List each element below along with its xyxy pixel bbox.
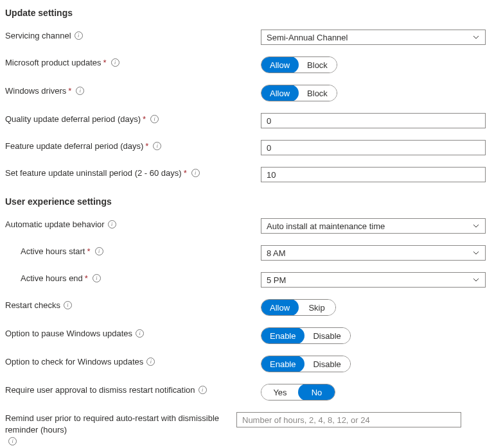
toggle-option-disable[interactable]: Disable: [304, 328, 349, 343]
info-icon[interactable]: i: [191, 169, 200, 177]
required-marker: *: [143, 114, 146, 125]
required-marker: *: [103, 57, 107, 69]
ms-product-updates-toggle[interactable]: Allow Block: [261, 56, 337, 73]
require-approval-label: Require user approval to dismiss restart…: [5, 384, 195, 396]
active-hours-end-label: Active hours end: [21, 273, 83, 284]
uninstall-period-input[interactable]: [261, 167, 486, 182]
auto-update-behavior-label: Automatic update behavior: [5, 219, 105, 230]
remind-hours-label: Remind user prior to required auto-resta…: [5, 413, 236, 436]
info-icon[interactable]: i: [111, 58, 119, 67]
toggle-option-no[interactable]: No: [298, 384, 335, 401]
remind-hours-input[interactable]: [236, 412, 461, 427]
info-icon[interactable]: i: [76, 87, 84, 95]
toggle-option-skip[interactable]: Skip: [298, 300, 335, 315]
auto-update-behavior-select[interactable]: Auto install at maintenance time: [261, 218, 486, 234]
toggle-option-yes[interactable]: Yes: [261, 384, 299, 400]
toggle-option-enable[interactable]: Enable: [261, 356, 304, 372]
auto-update-behavior-value: Auto install at maintenance time: [267, 221, 385, 231]
chevron-down-icon: [472, 222, 480, 230]
active-hours-end-select[interactable]: 5 PM: [261, 272, 486, 288]
required-marker: *: [145, 141, 148, 152]
info-icon[interactable]: i: [150, 115, 159, 123]
toggle-option-block[interactable]: Block: [298, 85, 337, 101]
section-heading-update-settings: Update settings: [5, 8, 498, 18]
toggle-option-block[interactable]: Block: [298, 57, 337, 73]
uninstall-period-label: Set feature update uninstall period (2 -…: [5, 168, 182, 179]
windows-drivers-toggle[interactable]: Allow Block: [261, 85, 337, 101]
check-updates-toggle[interactable]: Enable Disable: [261, 356, 351, 372]
restart-checks-toggle[interactable]: Allow Skip: [261, 299, 336, 316]
info-icon[interactable]: i: [75, 31, 83, 40]
toggle-option-allow[interactable]: Allow: [261, 56, 299, 73]
quality-deferral-input[interactable]: [261, 113, 486, 128]
pause-updates-toggle[interactable]: Enable Disable: [261, 327, 351, 344]
active-hours-end-value: 5 PM: [267, 275, 286, 285]
info-icon[interactable]: i: [64, 301, 72, 309]
restart-checks-label: Restart checks: [5, 300, 60, 311]
servicing-channel-select[interactable]: Semi-Annual Channel: [261, 30, 486, 45]
info-icon[interactable]: i: [8, 437, 17, 445]
servicing-channel-value: Semi-Annual Channel: [267, 33, 348, 42]
section-heading-user-experience: User experience settings: [5, 196, 498, 207]
info-icon[interactable]: i: [95, 247, 103, 255]
toggle-option-allow[interactable]: Allow: [261, 299, 299, 316]
info-icon[interactable]: i: [136, 329, 144, 338]
windows-drivers-label: Windows drivers: [5, 85, 66, 97]
require-approval-toggle[interactable]: Yes No: [261, 384, 335, 401]
toggle-option-allow[interactable]: Allow: [261, 85, 299, 101]
info-icon[interactable]: i: [108, 220, 116, 228]
chevron-down-icon: [472, 33, 480, 41]
active-hours-start-select[interactable]: 8 AM: [261, 245, 486, 261]
chevron-down-icon: [472, 249, 480, 257]
toggle-option-enable[interactable]: Enable: [261, 327, 304, 344]
check-updates-label: Option to check for Windows updates: [5, 356, 143, 368]
required-marker: *: [85, 273, 88, 284]
chevron-down-icon: [472, 276, 480, 284]
info-icon[interactable]: i: [153, 142, 161, 150]
required-marker: *: [184, 168, 187, 179]
required-marker: *: [87, 246, 90, 257]
info-icon[interactable]: i: [146, 358, 155, 366]
active-hours-start-label: Active hours start: [21, 246, 85, 257]
info-icon[interactable]: i: [93, 274, 101, 282]
quality-deferral-label: Quality update deferral period (days): [5, 114, 141, 125]
info-icon[interactable]: i: [199, 386, 207, 394]
toggle-option-disable[interactable]: Disable: [304, 356, 349, 372]
ms-product-updates-label: Microsoft product updates: [5, 57, 101, 69]
active-hours-start-value: 8 AM: [267, 248, 286, 258]
pause-updates-label: Option to pause Windows updates: [5, 328, 132, 340]
feature-deferral-label: Feature update deferral period (days): [5, 141, 143, 152]
servicing-channel-label: Servicing channel: [5, 30, 71, 42]
feature-deferral-input[interactable]: [261, 140, 486, 155]
required-marker: *: [68, 85, 71, 97]
